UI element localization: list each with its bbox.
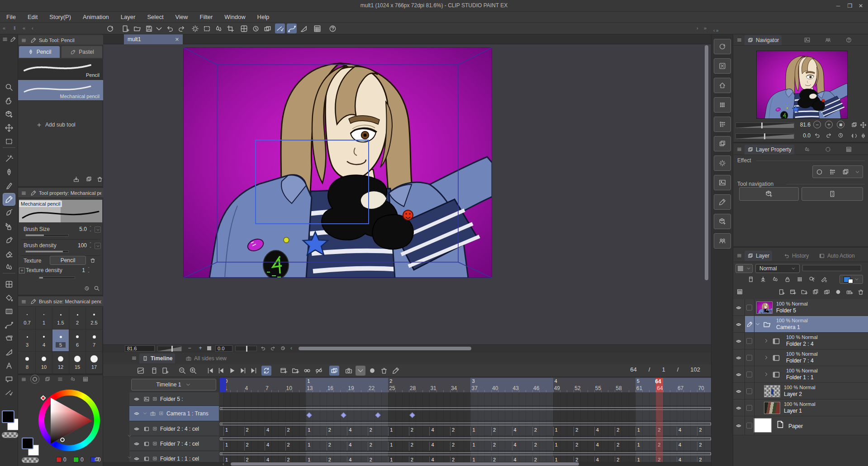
ruler-frame-label[interactable]: 13 xyxy=(307,385,313,391)
new-mask-icon[interactable] xyxy=(834,287,843,297)
subview-tab-icon[interactable] xyxy=(803,36,811,44)
slider-spinner[interactable]: ⌃⌄ xyxy=(89,242,92,248)
save-dropdown-icon[interactable] xyxy=(154,24,164,33)
mask-disable-icon[interactable] xyxy=(807,275,816,284)
balloon-tool[interactable] xyxy=(3,373,15,385)
brush-size-cell-3[interactable]: 3 xyxy=(19,329,36,352)
frame-tool-icon[interactable] xyxy=(262,24,272,33)
play-icon[interactable] xyxy=(227,366,237,376)
fill-tool[interactable] xyxy=(3,292,15,304)
fit-button[interactable] xyxy=(207,346,211,350)
layer-checkbox[interactable] xyxy=(746,338,752,344)
slider-track[interactable] xyxy=(25,250,69,253)
reference-icon[interactable] xyxy=(759,275,768,284)
history-tab[interactable] xyxy=(81,375,90,383)
eraser-tool[interactable] xyxy=(3,248,15,259)
ruler-frame-label[interactable]: 40 xyxy=(492,385,498,391)
combine-layer-icon[interactable] xyxy=(822,287,831,297)
hand-tool[interactable] xyxy=(3,95,15,107)
collapse-chevron-icon[interactable] xyxy=(142,410,148,416)
track-label-4[interactable]: Folder 7 : 4 : cel xyxy=(129,436,219,451)
collapse-chevron-icon[interactable] xyxy=(763,355,769,361)
brush-size-cell-10[interactable]: 10 xyxy=(36,352,52,374)
snap-special-icon[interactable] xyxy=(287,24,297,33)
layer-row-layer-2[interactable]: 100 % NormalLayer 2 xyxy=(733,383,868,400)
transfer-layer-icon[interactable] xyxy=(811,287,820,297)
ruler-frame-label[interactable]: 67 xyxy=(678,385,683,391)
toolnav-timeline-button[interactable] xyxy=(802,187,863,201)
dock-chevron[interactable]: ‖ xyxy=(14,25,16,31)
ruler-frame-label[interactable]: 25 xyxy=(389,385,395,391)
rotate-ccw-icon[interactable] xyxy=(260,345,266,352)
mixing-tab[interactable] xyxy=(69,375,77,383)
ruler-frame-label[interactable]: 34 xyxy=(451,385,457,391)
brush-size-cell-12[interactable]: 12 xyxy=(52,352,69,374)
collapse-chevron-icon[interactable] xyxy=(754,321,760,327)
enable-keyframe-icon[interactable] xyxy=(344,366,354,376)
ruler-frame-label[interactable]: 70 xyxy=(698,385,704,391)
timeline-scrollbar-thumb[interactable] xyxy=(231,462,579,466)
transparent-color-swatch[interactable] xyxy=(2,432,18,438)
nav-flip-h-icon[interactable] xyxy=(850,132,858,140)
brush-size-cell-0.7[interactable]: 0.7 xyxy=(19,307,36,329)
lock-alpha-icon[interactable] xyxy=(795,275,804,284)
delete-cel-icon[interactable] xyxy=(379,366,389,376)
ruler-frame-label[interactable]: 64 xyxy=(657,385,663,391)
layer-row-folder-1-1[interactable]: 100 % NormalFolder 1 : 1 xyxy=(733,366,868,383)
ruler-frame-label[interactable]: 61 xyxy=(636,385,642,391)
timeline-selector[interactable]: Timeline 1 xyxy=(131,379,216,391)
brush-size-cell-1.5[interactable]: 1.5 xyxy=(52,307,69,329)
playback-start-marker[interactable] xyxy=(220,378,226,392)
grid-icon[interactable] xyxy=(312,24,322,33)
open-file-icon[interactable] xyxy=(132,24,142,33)
material-effect-button[interactable] xyxy=(714,155,731,171)
next-frame-icon[interactable] xyxy=(238,366,248,376)
layer-visible-eye-icon[interactable] xyxy=(735,354,742,362)
navigator-tab[interactable]: Navigator xyxy=(745,35,782,45)
layer-property-tab[interactable]: Layer Property xyxy=(745,145,794,155)
layer-visible-eye-icon[interactable] xyxy=(735,405,742,412)
menu-item-animation[interactable]: Animation xyxy=(83,14,109,20)
ruler-frame-label[interactable]: 10 xyxy=(286,385,292,391)
nav-fit-button[interactable]: ■ xyxy=(837,121,844,128)
sv-cursor[interactable] xyxy=(60,438,65,442)
brush-size-cell-15[interactable]: 15 xyxy=(69,352,86,374)
effect-button-group[interactable] xyxy=(812,165,863,178)
skip-end-icon[interactable] xyxy=(249,366,259,376)
opacity-slider[interactable] xyxy=(802,265,861,271)
ruler-frame-label[interactable]: 7 xyxy=(266,385,269,391)
slider-handle[interactable] xyxy=(764,133,765,139)
collapse-chevron-icon[interactable] xyxy=(763,338,769,344)
panel-menu-icon[interactable] xyxy=(20,189,27,197)
draft-icon[interactable] xyxy=(771,275,780,284)
color-options-icon[interactable] xyxy=(93,456,100,463)
layer-checkbox[interactable] xyxy=(746,405,752,411)
transparent-swatch-small[interactable] xyxy=(22,457,39,463)
all-sides-view-tab[interactable]: All sides view xyxy=(183,353,229,363)
import-icon[interactable] xyxy=(72,175,80,183)
track-label-2[interactable]: Camera 1 : Trans xyxy=(129,406,219,421)
layer-row-folder-7-4[interactable]: 100 % NormalFolder 7 : 4 xyxy=(733,349,868,366)
brush-size-cell-4[interactable]: 4 xyxy=(36,329,52,352)
expand-plus-icon[interactable] xyxy=(158,410,164,416)
quick-access-button[interactable] xyxy=(714,39,731,54)
texture-delete-icon[interactable] xyxy=(89,256,96,264)
nav-flip-v-icon[interactable] xyxy=(859,132,867,140)
layer-visible-eye-icon[interactable] xyxy=(735,304,742,311)
lock-layer-icon[interactable] xyxy=(783,275,792,284)
new-anim-folder-icon[interactable] xyxy=(788,287,797,297)
rotation-value-box[interactable]: 0.0 xyxy=(215,345,232,352)
panel-menu-icon[interactable] xyxy=(20,376,27,383)
canvas-tab[interactable]: mult1✕ xyxy=(124,34,183,44)
add-subtool-button[interactable]: Add sub tool xyxy=(36,120,95,129)
menu-item-window[interactable]: Window xyxy=(224,14,245,20)
slider-option-button[interactable] xyxy=(95,226,101,233)
expand-plus-icon[interactable] xyxy=(152,426,158,432)
subtool-tab-pencil[interactable]: Pencil xyxy=(19,46,60,58)
track-visible-eye-icon[interactable] xyxy=(133,395,140,403)
dock-chevron[interactable]: « xyxy=(3,25,5,31)
collapse-chevron-icon[interactable] xyxy=(763,372,769,377)
menu-item-filter[interactable]: Filter xyxy=(199,14,213,20)
new-timeline-icon[interactable] xyxy=(279,366,289,376)
merge-down-icon[interactable] xyxy=(735,287,744,296)
